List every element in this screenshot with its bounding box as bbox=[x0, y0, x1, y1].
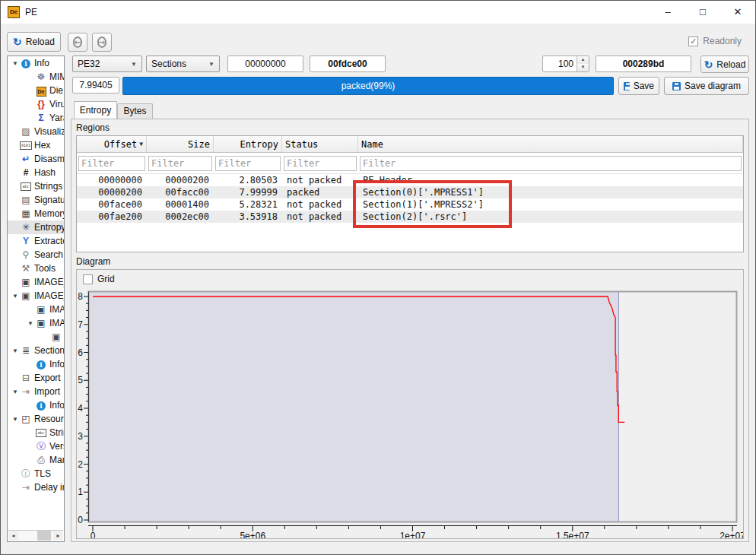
regions-table: Offset▼SizeEntropyStatusName000000000000… bbox=[76, 135, 744, 252]
tree-horizontal-scrollbar[interactable]: ◂ ▸ bbox=[8, 530, 63, 541]
tab-entropy[interactable]: Entropy bbox=[74, 101, 117, 119]
save-icon bbox=[624, 82, 630, 90]
table-row[interactable]: 00000000000002002.80503not packedPE Head… bbox=[77, 174, 743, 186]
maximize-button[interactable]: □ bbox=[685, 1, 720, 24]
expander-arrow-icon[interactable]: ▼ bbox=[26, 320, 35, 327]
delay-import-icon: ⇥ bbox=[20, 481, 32, 493]
column-header-name[interactable]: Name bbox=[358, 136, 743, 152]
scroll-right-icon[interactable]: ▸ bbox=[53, 531, 63, 541]
view-select[interactable]: Sections▼ bbox=[146, 56, 220, 72]
sidebar-item-entropy[interactable]: ✳Entropy bbox=[8, 220, 64, 234]
sidebar-item-image-nt-headers[interactable]: ▼▣IMAGE_NT_HEADERS bbox=[8, 289, 64, 303]
back-button[interactable]: ← bbox=[68, 33, 87, 52]
sidebar-item-extractor[interactable]: YExtractor bbox=[8, 234, 64, 248]
sidebar-item-delay-import[interactable]: ⇥Delay import bbox=[8, 480, 64, 494]
struct-icon: ▣ bbox=[20, 276, 32, 288]
manifest-icon: ⎙ bbox=[35, 454, 47, 466]
resources-icon: ◰ bbox=[20, 413, 32, 425]
sidebar-item-import[interactable]: ▼⇥Import bbox=[8, 385, 64, 398]
sidebar-item-resources[interactable]: ▼◰Resources bbox=[8, 412, 64, 426]
sidebar-item-strings[interactable]: abcStrings bbox=[8, 179, 64, 193]
count-spinner[interactable]: 100 ▲▼ bbox=[542, 56, 589, 72]
sidebar-item-info[interactable]: iInfo bbox=[8, 357, 64, 371]
filter-input-entropy[interactable] bbox=[215, 156, 281, 171]
entropy-chart[interactable]: 01234567805e+061e+071.5e+072e+07 bbox=[77, 270, 744, 539]
sidebar-item-memory-map[interactable]: ▦Memory map bbox=[8, 207, 64, 220]
sidebar-item-visualization[interactable]: ▨Visualization bbox=[8, 125, 64, 138]
expander-arrow-icon[interactable]: ▼ bbox=[11, 416, 20, 423]
sidebar-item-image-directory-entries[interactable]: ▣IMAGE_DIRECTORY_ENTRIES bbox=[8, 330, 64, 344]
scroll-left-icon[interactable]: ◂ bbox=[8, 531, 18, 541]
format-select[interactable]: PE32▼ bbox=[72, 56, 142, 72]
sidebar-item-label: Hex bbox=[34, 140, 50, 151]
reload-button[interactable]: ↻ Reload bbox=[7, 32, 61, 52]
cell-size: 0002ec00 bbox=[147, 211, 214, 222]
spinner-arrows[interactable]: ▲▼ bbox=[577, 56, 589, 71]
expander-arrow-icon[interactable]: ▼ bbox=[11, 388, 20, 395]
sidebar-item-hex[interactable]: 0101Hex bbox=[8, 138, 64, 152]
sidebar-item-label: Signatures bbox=[34, 195, 64, 205]
total-entropy-field[interactable]: 7.99405 bbox=[72, 77, 119, 94]
struct-icon: ▣ bbox=[35, 303, 47, 316]
disasm-icon: ↵ bbox=[20, 153, 32, 165]
sidebar-item-tls[interactable]: ⓘTLS bbox=[8, 467, 64, 480]
virustotal-icon: {} bbox=[35, 98, 47, 110]
sidebar-item-sections[interactable]: ▼≣Sections bbox=[8, 344, 64, 357]
expander-arrow-icon[interactable]: ▼ bbox=[11, 293, 20, 300]
table-row[interactable]: 00fae2000002ec003.53918not packedSection… bbox=[77, 211, 743, 223]
table-row[interactable]: 00face00000014005.28321not packedSection… bbox=[77, 198, 743, 211]
search-icon: ⚲ bbox=[20, 249, 32, 261]
sidebar-item-search[interactable]: ⚲Search bbox=[8, 248, 64, 262]
sidebar-item-tools[interactable]: ⚒Tools bbox=[8, 262, 64, 275]
sidebar-item-yara[interactable]: ΣYara bbox=[8, 111, 64, 125]
sidebar-item-die[interactable]: DeDie bbox=[8, 84, 64, 97]
expander-arrow-icon[interactable]: ▼ bbox=[11, 60, 20, 67]
size-field[interactable]: 00fdce00 bbox=[310, 56, 386, 72]
checksum-field[interactable]: 000289bd bbox=[596, 56, 691, 72]
sidebar-item-mime[interactable]: ☸MIME bbox=[8, 70, 64, 84]
scrollbar-thumb[interactable] bbox=[37, 531, 51, 541]
expander-arrow-icon[interactable]: ▼ bbox=[11, 347, 20, 354]
filter-input-status[interactable] bbox=[284, 156, 357, 171]
minimize-button[interactable]: – bbox=[650, 1, 685, 24]
sidebar-item-strings[interactable]: abcStrings bbox=[8, 426, 64, 439]
filter-input-name[interactable] bbox=[360, 156, 742, 171]
sidebar-item-export[interactable]: ⊟Export bbox=[8, 371, 64, 385]
svg-text:1.5e+07: 1.5e+07 bbox=[556, 531, 589, 539]
sidebar-item-info[interactable]: iInfo bbox=[8, 398, 64, 412]
column-header-entropy[interactable]: Entropy bbox=[214, 136, 282, 152]
cell-status: not packed bbox=[282, 199, 358, 210]
grid-checkbox[interactable] bbox=[83, 274, 93, 284]
filter-input-offset[interactable] bbox=[78, 156, 145, 171]
offset-field[interactable]: 00000000 bbox=[227, 56, 303, 72]
spin-down-icon: ▼ bbox=[577, 64, 589, 71]
sidebar-item-label: Resources bbox=[34, 414, 64, 424]
sidebar-item-signatures[interactable]: ▤Signatures bbox=[8, 193, 64, 207]
save-button[interactable]: Save bbox=[618, 77, 659, 95]
sidebar-item-image-dos-header[interactable]: ▣IMAGE_DOS_HEADER bbox=[8, 275, 64, 289]
column-header-offset[interactable]: Offset▼ bbox=[77, 136, 147, 152]
cell-status: packed bbox=[282, 187, 358, 198]
scrollbar-track[interactable] bbox=[18, 531, 53, 541]
save-diagram-button[interactable]: Save diagram bbox=[664, 77, 749, 95]
sidebar-item-hash[interactable]: #Hash bbox=[8, 166, 64, 179]
sidebar-item-virustotal[interactable]: {}VirusTotal bbox=[8, 97, 64, 111]
column-header-status[interactable]: Status bbox=[282, 136, 358, 152]
sidebar-item-disasm[interactable]: ↵Disasm bbox=[8, 152, 64, 166]
cell-name: Section(1)['.MPRESS2'] bbox=[358, 199, 743, 210]
sidebar-item-manifest[interactable]: ⎙Manifest bbox=[8, 453, 64, 467]
forward-button[interactable]: → bbox=[92, 33, 112, 52]
sidebar-item-version[interactable]: ⓥVersion bbox=[8, 439, 64, 453]
sidebar-item-image-optional-header[interactable]: ▼▣IMAGE_OPTIONAL_HEADER bbox=[8, 316, 64, 330]
cell-name: PE Header bbox=[358, 175, 743, 186]
column-header-size[interactable]: Size bbox=[147, 136, 214, 152]
filter-input-size[interactable] bbox=[148, 156, 212, 171]
tab-bytes[interactable]: Bytes bbox=[117, 103, 153, 119]
sidebar-item-info[interactable]: ▼iInfo bbox=[8, 56, 64, 70]
table-row[interactable]: 0000020000facc007.99999packedSection(0)[… bbox=[77, 186, 743, 198]
close-button[interactable]: ✕ bbox=[720, 1, 755, 24]
reload-secondary-button[interactable]: ↻ Reload bbox=[700, 56, 749, 73]
readonly-checkbox[interactable]: ✓ bbox=[688, 36, 698, 46]
window-title: PE bbox=[25, 7, 37, 17]
sidebar-item-image-file-header[interactable]: ▣IMAGE_FILE_HEADER bbox=[8, 303, 64, 316]
